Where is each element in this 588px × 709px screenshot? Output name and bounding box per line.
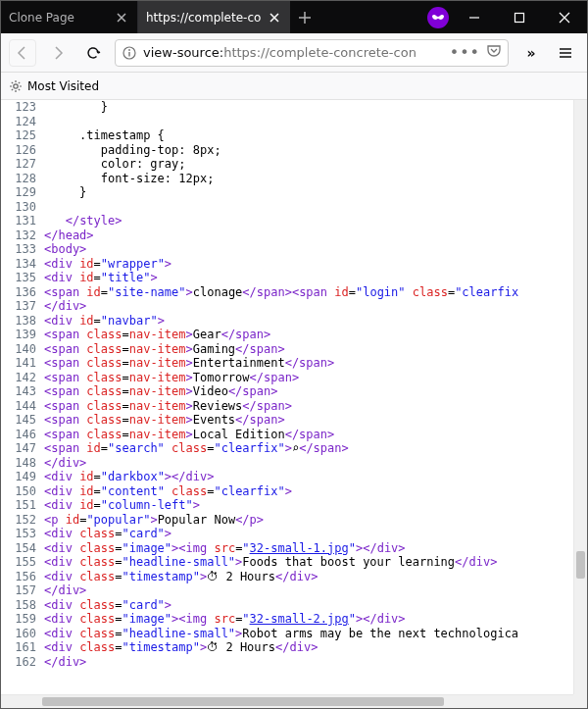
source-line: <span class=nav-item>Events</span>: [44, 413, 587, 428]
source-line: font-size: 12px;: [44, 172, 587, 186]
tab-label: https://complete-co: [146, 11, 261, 25]
line-number: 151: [1, 498, 36, 513]
site-info-icon[interactable]: [122, 45, 137, 61]
source-line: }: [44, 100, 587, 115]
line-number: 125: [1, 128, 36, 143]
source-line: <div id="title">: [44, 271, 587, 285]
line-number: 140: [1, 342, 36, 357]
source-line: <div id="navbar">: [44, 314, 587, 329]
source-line: <span class=nav-item>Entertainment</span…: [44, 356, 587, 371]
source-line: <div class="headline-small">Robot arms m…: [44, 627, 587, 641]
source-line: <div id="column-left">: [44, 498, 587, 513]
overflow-button[interactable]: »: [516, 39, 544, 67]
source-line: <span class=nav-item>Gear</span>: [44, 328, 587, 342]
page-content: 1231241251261271281291301311321331341351…: [1, 100, 587, 708]
line-number: 139: [1, 328, 36, 342]
line-number: 150: [1, 484, 36, 499]
line-number: 143: [1, 384, 36, 399]
source-code-area[interactable]: } .timestamp { padding-top: 8px; color: …: [44, 100, 587, 708]
titlebar-spacer: [319, 1, 424, 33]
line-number-gutter: 1231241251261271281291301311321331341351…: [1, 100, 44, 708]
source-line: <span id="site-name">clonage</span><span…: [44, 285, 587, 300]
source-line: [44, 115, 587, 129]
line-number: 129: [1, 185, 36, 200]
close-icon[interactable]: [114, 10, 129, 25]
line-number: 141: [1, 356, 36, 371]
source-line: <div class="timestamp">⏱ 2 Hours</div>: [44, 640, 587, 655]
back-button[interactable]: [9, 39, 36, 67]
line-number: 130: [1, 200, 36, 215]
source-line: <div class="card">: [44, 527, 587, 541]
forward-button[interactable]: [44, 39, 72, 67]
line-number: 137: [1, 299, 36, 314]
line-number: 138: [1, 314, 36, 329]
line-number: 133: [1, 242, 36, 257]
source-line: <div class="card">: [44, 598, 587, 613]
titlebar: Clone Page https://complete-co: [1, 1, 587, 33]
source-line: </div>: [44, 456, 587, 471]
tab-inactive[interactable]: Clone Page: [1, 1, 138, 33]
line-number: 155: [1, 555, 36, 570]
line-number: 127: [1, 157, 36, 172]
svg-rect-0: [515, 13, 524, 22]
svg-point-2: [128, 49, 130, 51]
vertical-scrollbar[interactable]: [573, 100, 587, 694]
pocket-icon[interactable]: [486, 43, 502, 62]
gear-icon: [9, 79, 23, 93]
tab-active[interactable]: https://complete-co: [138, 1, 290, 33]
maximize-button[interactable]: [497, 1, 542, 33]
scroll-corner: [573, 694, 587, 708]
source-line: <body>: [44, 242, 587, 257]
source-line: <div class="timestamp">⏱ 2 Hours</div>: [44, 570, 587, 584]
source-line: <div class="image"><img src="32-small-1.…: [44, 541, 587, 556]
line-number: 160: [1, 627, 36, 641]
source-line: <span class=nav-item>Video</span>: [44, 384, 587, 399]
horizontal-scrollbar[interactable]: [1, 694, 573, 708]
source-line: <span id="search" class="clearfix">⌕</sp…: [44, 441, 587, 456]
line-number: 128: [1, 172, 36, 186]
new-tab-button[interactable]: [290, 1, 319, 33]
line-number: 162: [1, 655, 36, 670]
line-number: 161: [1, 640, 36, 655]
close-icon[interactable]: [267, 10, 282, 25]
line-number: 149: [1, 470, 36, 484]
line-number: 156: [1, 570, 36, 584]
source-line: padding-top: 8px;: [44, 143, 587, 158]
line-number: 126: [1, 143, 36, 158]
line-number: 123: [1, 100, 36, 115]
page-actions-icon[interactable]: •••: [450, 43, 480, 62]
url-bar[interactable]: view-source:https://complete-concrete-co…: [115, 39, 509, 67]
line-number: 158: [1, 598, 36, 613]
navbar: view-source:https://complete-concrete-co…: [1, 33, 587, 73]
source-line: color: gray;: [44, 157, 587, 172]
source-line: </div>: [44, 655, 587, 670]
reload-button[interactable]: [79, 39, 107, 67]
source-line: <span class=nav-item>Gaming</span>: [44, 342, 587, 357]
line-number: 132: [1, 228, 36, 243]
minimize-button[interactable]: [452, 1, 497, 33]
most-visited-button[interactable]: Most Visited: [9, 79, 99, 93]
horizontal-scroll-thumb[interactable]: [42, 697, 444, 706]
source-line: <p id="popular">Popular Now</p>: [44, 513, 587, 528]
source-line: <div class="image"><img src="32-small-2.…: [44, 612, 587, 627]
source-line: </div>: [44, 583, 587, 598]
line-number: 131: [1, 214, 36, 228]
private-browsing-badge: [424, 1, 452, 33]
line-number: 148: [1, 456, 36, 471]
line-number: 146: [1, 428, 36, 442]
line-number: 157: [1, 583, 36, 598]
close-window-button[interactable]: [542, 1, 587, 33]
tab-label: Clone Page: [9, 11, 108, 25]
source-line: <span class=nav-item>Reviews</span>: [44, 399, 587, 414]
line-number: 136: [1, 285, 36, 300]
line-number: 144: [1, 399, 36, 414]
vertical-scroll-thumb[interactable]: [576, 551, 585, 579]
menu-button[interactable]: [552, 39, 579, 67]
source-line: </div>: [44, 299, 587, 314]
svg-rect-3: [128, 52, 129, 57]
source-line: </style>: [44, 214, 587, 228]
source-line: <span class=nav-item>Local Edition</span…: [44, 428, 587, 442]
line-number: 145: [1, 413, 36, 428]
source-line: }: [44, 185, 587, 200]
line-number: 135: [1, 271, 36, 285]
